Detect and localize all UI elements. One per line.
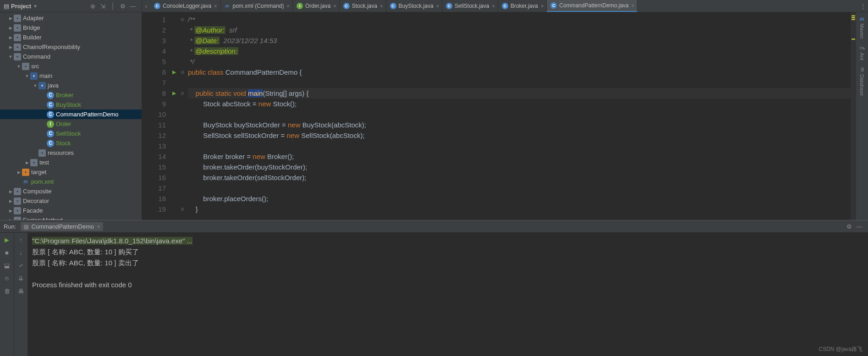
database-tool[interactable]: 🛢Database [859,67,865,96]
error-stripe[interactable] [851,12,856,220]
run-output[interactable]: "C:\Program Files\Java\jdk1.8.0_152\bin\… [27,233,868,356]
minimize-icon[interactable]: — [854,221,864,231]
close-icon[interactable]: × [97,223,100,230]
layout-icon[interactable]: ⬓ [2,260,12,270]
editor-tab[interactable]: CCommandPatternDemo.java× [547,0,637,12]
editor-tab[interactable]: CBroker.java× [498,0,547,12]
java-c-icon: C [47,140,54,147]
editor-tabs: ‹ CConsoleLogger.java×mpom.xml (Command)… [142,0,868,12]
project-tree[interactable]: ▪Adapter▪Bridge▪Builder▪ChainofResponsib… [0,12,142,220]
wrap-icon[interactable]: ⤶ [16,260,26,270]
fold-gutter[interactable]: ⊖⊖⊖⊖ [179,12,186,220]
down-icon[interactable]: ↓ [16,247,26,257]
run-gutter[interactable] [170,12,179,220]
tree-item[interactable]: ▪Builder [0,33,142,42]
code-body[interactable]: /** * @Author: srf * @Date: 2023/12/22 1… [186,12,868,220]
tree-item-label: BuyStock [56,101,81,108]
tree-item-label: java [48,82,59,89]
gear-icon[interactable]: ⚙ [844,221,854,231]
java-c-icon: C [47,101,54,109]
tree-item[interactable]: CStock [0,138,142,148]
tree-item[interactable]: mpom.xml [0,177,142,186]
tree-item[interactable]: ▪src [0,61,142,71]
editor-tab[interactable]: mpom.xml (Command)× [220,0,293,12]
tree-item[interactable]: ▪ChainofResponsibility [0,42,142,52]
tabs-prev-icon[interactable]: ‹ [142,3,150,10]
close-icon[interactable]: × [380,3,383,9]
tree-item[interactable]: ▪Adapter [0,13,142,23]
tree-item-label: Stock [56,140,71,147]
tree-item[interactable]: ▪Bridge [0,23,142,33]
tree-item[interactable]: ▪Decorator [0,196,142,206]
tree-item[interactable]: ▪Command [0,52,142,61]
tree-item[interactable]: ▪main [0,71,142,81]
tree-item-label: Bridge [23,24,40,31]
tree-item[interactable]: ▪target [0,167,142,177]
tree-item[interactable]: CBuyStock [0,100,142,110]
run-label: Run: [4,223,16,230]
run-tab[interactable]: ▦ CommandPatternDemo × [21,222,103,231]
editor-tab[interactable]: CSellStock.java× [442,0,498,12]
minimize-icon[interactable]: — [128,1,138,11]
java-i-icon: I [47,120,54,128]
tree-item-label: resources [48,149,74,156]
tree-item-label: SellStock [56,130,81,137]
tree-item-label: Facade [23,207,43,214]
tree-item-label: Builder [23,34,41,41]
dropdown-icon[interactable]: ▼ [33,4,38,9]
folder-icon: ▪ [22,63,29,70]
tree-item[interactable]: ▪FactoryMethod [0,215,142,220]
stop-icon[interactable]: ■ [2,247,12,257]
trash-icon[interactable]: 🗑 [2,286,12,296]
line-gutter: 12345678910111213141516171819 [142,12,170,220]
close-icon[interactable]: × [287,3,290,9]
java-c-icon: C [47,92,54,99]
close-icon[interactable]: × [436,3,439,9]
folder-icon: ▪ [30,72,38,80]
expand-all-icon[interactable]: ⇲ [98,1,108,11]
close-icon[interactable]: × [333,3,336,9]
tree-item[interactable]: ▪test [0,158,142,167]
tree-item-label: Adapter [23,15,44,22]
tree-item[interactable]: IOrder [0,119,142,129]
run-header: Run: ▦ CommandPatternDemo × ⚙ — [0,220,868,233]
tree-item[interactable]: ▪java [0,81,142,90]
gear-icon[interactable]: ⚙ [118,1,128,11]
print-icon[interactable]: 🖶 [16,286,26,296]
editor-tab[interactable]: IOrder.java× [293,0,340,12]
tabs-more-icon[interactable]: ⋮ [858,3,868,10]
select-opened-icon[interactable]: ⊕ [88,1,98,11]
tree-item[interactable]: ▪Facade [0,206,142,215]
watermark: CSDN @java路飞 [819,345,863,353]
tree-item-label: target [31,169,46,175]
code-editor[interactable]: 12345678910111213141516171819 ⊖⊖⊖⊖ /** *… [142,12,868,220]
divider: ┊ [108,1,118,11]
tree-item[interactable]: ▪Composite [0,186,142,196]
rerun-icon[interactable]: ▶ [2,235,12,245]
tree-item[interactable]: CBroker [0,90,142,100]
editor-area: ‹ CConsoleLogger.java×mpom.xml (Command)… [142,0,868,220]
ant-tool[interactable]: 🐜Ant [859,45,865,60]
editor-tab[interactable]: CConsoleLogger.java× [150,0,220,12]
close-icon[interactable]: × [492,3,494,9]
editor-tab[interactable]: CStock.java× [340,0,386,12]
editor-tab[interactable]: CBuyStock.java× [386,0,442,12]
close-icon[interactable]: × [632,3,634,8]
close-icon[interactable]: × [541,3,544,9]
file-icon: I [297,3,303,9]
tree-item-label: Command [23,53,50,60]
tree-item[interactable]: ▪resources [0,148,142,158]
tree-item-label: pom.xml [31,178,54,185]
maven-tool[interactable]: mMaven [859,16,865,38]
tree-item[interactable]: CSellStock [0,129,142,138]
folder-icon: ▪ [14,15,21,22]
exit-icon[interactable]: ⎋ [2,273,12,283]
tab-name: pom.xml (Command) [233,3,284,9]
up-icon[interactable]: ↑ [16,235,26,245]
file-icon: C [154,3,160,9]
scroll-icon[interactable]: ⇊ [16,273,26,283]
tree-item[interactable]: CCommandPatternDemo [0,110,142,119]
folder-icon: ▪ [14,53,21,60]
close-icon[interactable]: × [214,3,217,9]
java-c-icon: C [47,130,54,137]
